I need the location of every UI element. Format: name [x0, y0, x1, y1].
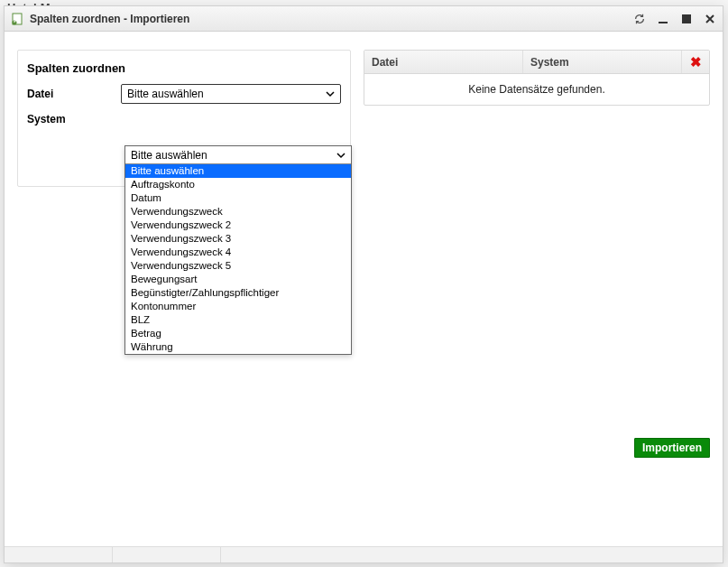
select-system-header[interactable]: Bitte auswählen [125, 146, 351, 164]
app-icon [10, 12, 24, 26]
dropdown-option[interactable]: Währung [125, 340, 351, 354]
statusbar-cell [113, 547, 221, 562]
dropdown-option[interactable]: BLZ [125, 313, 351, 327]
table-header: Datei System ✖ [364, 51, 709, 74]
th-system[interactable]: System [523, 51, 682, 73]
th-delete-icon[interactable]: ✖ [682, 51, 709, 73]
dropdown-option[interactable]: Betrag [125, 327, 351, 340]
chevron-down-icon [336, 151, 346, 160]
dialog-window: Spalten zuordnen - Importieren Spalten z… [4, 5, 723, 563]
dropdown-option[interactable]: Datum [125, 191, 351, 205]
dropdown-list: Bitte auswählenAuftragskontoDatumVerwend… [125, 164, 351, 354]
dropdown-option[interactable]: Verwendungszweck 5 [125, 259, 351, 273]
import-button[interactable]: Importieren [634, 438, 710, 458]
row-datei: Datei Bitte auswählen [27, 84, 341, 104]
dropdown-option[interactable]: Auftragskonto [125, 178, 351, 191]
dropdown-option[interactable]: Verwendungszweck 3 [125, 232, 351, 246]
close-icon[interactable] [703, 12, 717, 26]
dropdown-option[interactable]: Bewegungsart [125, 273, 351, 286]
label-system: System [27, 113, 121, 125]
chevron-down-icon [326, 89, 335, 98]
label-datei: Datei [27, 88, 121, 100]
dropdown-option[interactable]: Verwendungszweck [125, 205, 351, 218]
mapping-table: Datei System ✖ Keine Datensätze gefunden… [364, 50, 710, 106]
dropdown-option[interactable]: Bitte auswählen [125, 164, 351, 178]
table-empty-message: Keine Datensätze gefunden. [364, 74, 709, 105]
mapping-table-panel: Datei System ✖ Keine Datensätze gefunden… [364, 50, 710, 534]
th-datei[interactable]: Datei [364, 51, 523, 73]
statusbar-cell [5, 547, 113, 562]
select-system-dropdown: Bitte auswählen Bitte auswählenAuftragsk… [124, 145, 352, 355]
row-system: System [27, 109, 341, 129]
refresh-icon[interactable] [632, 12, 647, 26]
minimize-icon[interactable] [656, 12, 670, 26]
titlebar: Spalten zuordnen - Importieren [5, 6, 723, 32]
dropdown-option[interactable]: Begünstigter/Zahlungspflichtiger [125, 286, 351, 300]
select-datei[interactable]: Bitte auswählen [121, 84, 341, 104]
svg-rect-3 [682, 14, 691, 23]
svg-rect-2 [659, 22, 668, 23]
select-system-header-text: Bitte auswählen [131, 149, 207, 162]
dropdown-option[interactable]: Verwendungszweck 4 [125, 246, 351, 259]
statusbar [5, 546, 723, 562]
panel-heading: Spalten zuordnen [27, 61, 341, 75]
dialog-title: Spalten zuordnen - Importieren [30, 13, 632, 25]
select-datei-value: Bitte auswählen [127, 88, 204, 100]
dropdown-option[interactable]: Kontonummer [125, 300, 351, 313]
dropdown-option[interactable]: Verwendungszweck 2 [125, 218, 351, 232]
maximize-icon[interactable] [679, 12, 694, 26]
